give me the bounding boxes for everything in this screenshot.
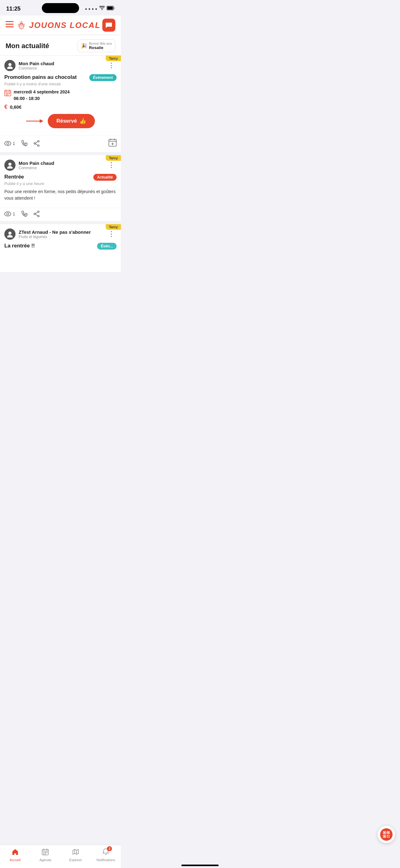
signal-icon: ● ● ● ● bbox=[85, 7, 98, 10]
svg-rect-22 bbox=[6, 93, 7, 94]
svg-line-36 bbox=[35, 144, 37, 145]
svg-line-35 bbox=[35, 142, 37, 143]
card-2-view-count: 1 bbox=[13, 211, 15, 216]
card-2-phone[interactable] bbox=[21, 211, 28, 217]
logo-text: JOUONS LOCAL bbox=[29, 21, 101, 30]
svg-rect-3 bbox=[6, 24, 14, 25]
card-1-author-name: Mon Pain chaud bbox=[19, 61, 54, 66]
card-2-avatar bbox=[4, 160, 15, 171]
logo: JOUONS LOCAL bbox=[15, 19, 101, 31]
fete-name: Rosalie bbox=[89, 45, 112, 50]
card-2-author: Mon Pain chaud Commerce bbox=[4, 160, 54, 171]
card-2-author-name: Mon Pain chaud bbox=[19, 160, 54, 166]
card-2-actions: 1 bbox=[0, 208, 121, 221]
arrow-right-icon bbox=[26, 117, 45, 125]
svg-rect-26 bbox=[7, 94, 8, 95]
card-1: Tarcy Mon Pain chaud Commerce ⋮ Promotio… bbox=[0, 56, 121, 152]
card-1-phone[interactable] bbox=[21, 140, 28, 147]
card-2-views: 1 bbox=[4, 211, 15, 216]
card-2-body-text: Pour une rentrée en forme, nos petits dé… bbox=[4, 188, 116, 202]
dynamic-island bbox=[42, 3, 79, 13]
card-1-time-range: 06:00 - 18:30 bbox=[14, 95, 70, 102]
svg-point-49 bbox=[34, 213, 35, 215]
card-1-date: mercredi 4 septembre 2024 bbox=[14, 89, 70, 95]
svg-point-6 bbox=[20, 22, 23, 26]
card-1-actions: 1 bbox=[0, 136, 121, 152]
card-3-author: ZTest Arnaud - Ne pas s'abonner Fruits e… bbox=[4, 228, 91, 240]
euro-icon: € bbox=[4, 104, 7, 110]
card-1-share[interactable] bbox=[33, 140, 40, 147]
card-1-post-time: Publié il y a moins d'une minute bbox=[4, 82, 116, 86]
card-1-more-btn[interactable]: ⋮ bbox=[107, 61, 116, 69]
card-2-share[interactable] bbox=[33, 211, 40, 217]
svg-point-16 bbox=[8, 63, 11, 66]
card-2-author-type: Commerce bbox=[19, 166, 54, 170]
card-1-price: 0,60€ bbox=[10, 104, 22, 110]
svg-rect-24 bbox=[9, 93, 10, 94]
card-1-views: 1 bbox=[4, 141, 15, 146]
chat-button[interactable] bbox=[102, 19, 115, 32]
svg-point-44 bbox=[7, 166, 13, 168]
svg-point-46 bbox=[7, 213, 9, 215]
svg-point-48 bbox=[37, 211, 39, 213]
card-2-body: Rentrée Actualité Publié il y a une heur… bbox=[0, 173, 121, 208]
card-1-tag: Tarcy bbox=[106, 56, 121, 61]
card-1-header: Mon Pain chaud Commerce ⋮ bbox=[0, 56, 121, 73]
reserve-button[interactable]: Réservé 👍 bbox=[48, 114, 95, 128]
svg-point-43 bbox=[8, 163, 11, 166]
card-1-author: Mon Pain chaud Commerce bbox=[4, 60, 54, 71]
app-header: JOUONS LOCAL bbox=[0, 16, 121, 35]
card-3-avatar bbox=[4, 228, 15, 240]
svg-point-34 bbox=[37, 145, 39, 147]
card-1-post-title: Promotion pains au chocolat bbox=[4, 74, 76, 81]
thumbs-up-icon: 👍 bbox=[79, 118, 86, 124]
card-1-add-calendar[interactable] bbox=[108, 138, 116, 148]
card-2-post-time: Publié il y a une heure bbox=[4, 181, 116, 186]
card-3-author-type: Fruits et légumes bbox=[19, 235, 91, 239]
card-3-header: ZTest Arnaud - Ne pas s'abonner Fruits e… bbox=[0, 224, 121, 242]
card-1-reserve-row: Réservé 👍 bbox=[4, 114, 116, 128]
hamburger-icon[interactable] bbox=[6, 21, 14, 29]
svg-point-45 bbox=[5, 212, 11, 216]
card-3-post-title: La rentrée !! bbox=[4, 243, 35, 249]
card-3-badge: Évén... bbox=[97, 243, 116, 250]
card-3-tag: Tarcy bbox=[106, 224, 121, 230]
logo-bug-icon bbox=[15, 19, 27, 31]
svg-point-32 bbox=[37, 141, 39, 142]
svg-point-50 bbox=[37, 215, 39, 217]
card-1-avatar bbox=[4, 60, 15, 71]
svg-rect-25 bbox=[6, 94, 7, 95]
fete-prefix: Bonne fête aux bbox=[89, 41, 112, 45]
card-3-more-btn[interactable]: ⋮ bbox=[107, 230, 116, 238]
svg-line-15 bbox=[24, 26, 25, 26]
svg-point-30 bbox=[7, 143, 9, 145]
status-bar: 11:25 ● ● ● ● bbox=[0, 0, 121, 16]
svg-line-51 bbox=[35, 212, 37, 214]
battery-icon bbox=[107, 6, 115, 11]
card-1-body: Promotion pains au chocolat Événement Pu… bbox=[0, 73, 121, 136]
calendar-icon bbox=[4, 89, 11, 98]
card-2-more-btn[interactable]: ⋮ bbox=[107, 161, 116, 169]
card-2: Tarcy Mon Pain chaud Commerce ⋮ Rentrée bbox=[0, 155, 121, 221]
feed: Tarcy Mon Pain chaud Commerce ⋮ Promotio… bbox=[0, 56, 121, 272]
status-icons: ● ● ● ● bbox=[85, 6, 115, 11]
svg-point-29 bbox=[5, 141, 11, 146]
svg-rect-4 bbox=[6, 26, 14, 27]
card-1-price-row: € 0,60€ bbox=[4, 104, 116, 110]
card-2-post-title: Rentrée bbox=[4, 174, 24, 180]
svg-line-13 bbox=[18, 26, 19, 26]
card-1-view-count: 1 bbox=[13, 141, 15, 146]
wifi-icon bbox=[99, 6, 105, 11]
svg-point-54 bbox=[7, 235, 13, 238]
svg-point-17 bbox=[7, 66, 13, 69]
card-1-badge: Événement bbox=[89, 74, 116, 81]
svg-rect-2 bbox=[6, 21, 14, 22]
card-2-header: Mon Pain chaud Commerce ⋮ bbox=[0, 155, 121, 173]
card-1-author-type: Commerce bbox=[19, 66, 54, 70]
page-header: Mon actualité 🎉 Bonne fête aux Rosalie bbox=[0, 35, 121, 56]
card-3-author-name: ZTest Arnaud - Ne pas s'abonner bbox=[19, 229, 91, 235]
fete-badge: 🎉 Bonne fête aux Rosalie bbox=[77, 39, 115, 52]
card-2-tag: Tarcy bbox=[106, 155, 121, 161]
party-icon: 🎉 bbox=[81, 43, 87, 49]
status-time: 11:25 bbox=[6, 6, 21, 12]
